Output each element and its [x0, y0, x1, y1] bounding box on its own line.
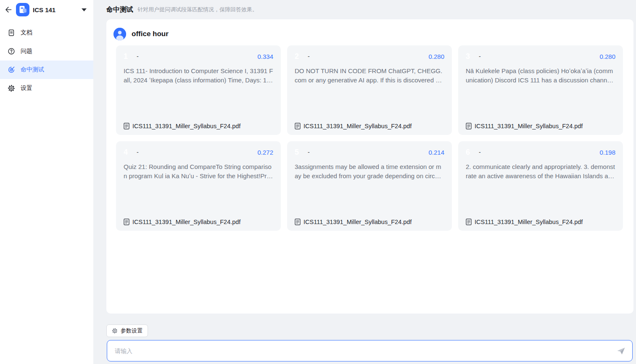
sidebar-item-questions[interactable]: 问题 — [0, 42, 93, 61]
card-head: 1 - 0.334 — [124, 51, 273, 61]
sidebar-item-label: 命中测试 — [21, 66, 44, 74]
result-card-6[interactable]: 6 - 0.198 2. communicate clearly and app… — [458, 141, 623, 231]
file-icon — [295, 123, 301, 129]
card-separator: - — [479, 53, 481, 60]
sidebar: ICS 141 文档 问题 — [0, 0, 93, 364]
file-name: ICS111_31391_Miller_Syllabus_F24.pdf — [475, 123, 583, 129]
file-name: ICS111_31391_Miller_Syllabus_F24.pdf — [303, 123, 412, 129]
card-head: 6 - 0.198 — [466, 147, 615, 157]
sidebar-item-settings[interactable]: 设置 — [0, 79, 93, 98]
card-rank: 6 — [466, 148, 471, 157]
file-icon — [466, 123, 472, 129]
file-name: ICS111_31391_Miller_Syllabus_F24.pdf — [132, 123, 240, 129]
page-subtitle: 针对用户提问调试段落匹配情况，保障回答效果。 — [137, 6, 258, 13]
gear-icon — [112, 328, 118, 334]
card-snippet: Nā Kulekele Papa (class policies) Hoʻoka… — [466, 66, 615, 85]
query-text: office hour — [132, 30, 169, 38]
query-input-box — [107, 340, 633, 361]
result-card-2[interactable]: 2 - 0.280 DO NOT TURN IN CODE FROM ChatG… — [287, 45, 452, 135]
card-rank: 2 — [295, 52, 300, 61]
page-title: 命中测试 — [106, 5, 133, 14]
result-card-3[interactable]: 3 - 0.280 Nā Kulekele Papa (class polici… — [458, 45, 623, 135]
result-card-4[interactable]: 4 - 0.272 Quiz 21: Rounding and CompareT… — [116, 141, 281, 231]
card-file: ICS111_31391_Miller_Syllabus_F24.pdf — [295, 123, 412, 129]
question-icon — [8, 47, 15, 55]
send-button[interactable] — [615, 346, 626, 356]
file-icon — [295, 219, 301, 225]
card-separator: - — [479, 149, 481, 156]
sidebar-item-label: 问题 — [21, 47, 32, 55]
card-head: 4 - 0.272 — [124, 147, 273, 157]
card-head: 5 - 0.214 — [295, 147, 444, 157]
gear-icon — [8, 84, 15, 92]
card-rank: 5 — [295, 148, 300, 157]
card-snippet: DO NOT TURN IN CODE FROM ChatGPT, CHEGG.… — [295, 66, 444, 85]
target-icon — [8, 66, 15, 74]
card-separator: - — [308, 53, 310, 60]
back-button[interactable] — [3, 5, 13, 14]
card-score: 0.214 — [428, 149, 444, 156]
card-score: 0.334 — [257, 53, 273, 60]
result-card-5[interactable]: 5 - 0.214 3assignments may be allowed a … — [287, 141, 452, 231]
file-icon — [124, 123, 129, 129]
card-file: ICS111_31391_Miller_Syllabus_F24.pdf — [466, 123, 583, 129]
card-snippet: 3assignments may be allowed a time exten… — [295, 162, 444, 181]
card-separator: - — [137, 149, 139, 156]
parameter-settings-label: 参数设置 — [121, 327, 143, 335]
card-snippet: ICS 111- Introduction to Computer Scienc… — [124, 66, 273, 85]
card-separator: - — [137, 53, 139, 60]
sidebar-item-label: 设置 — [21, 84, 32, 92]
document-icon — [8, 29, 15, 37]
parameter-settings-button[interactable]: 参数设置 — [106, 324, 148, 337]
workspace-title: ICS 141 — [33, 6, 55, 13]
card-head: 3 - 0.280 — [466, 51, 615, 61]
card-head: 2 - 0.280 — [295, 51, 444, 61]
sidebar-header: ICS 141 — [0, 0, 93, 19]
card-snippet: Quiz 21: Rounding and CompareTo String c… — [124, 162, 273, 181]
card-score: 0.280 — [599, 53, 615, 60]
card-score: 0.280 — [428, 53, 444, 60]
page-header: 命中测试 针对用户提问调试段落匹配情况，保障回答效果。 — [106, 0, 258, 19]
workspace-logo-icon — [16, 3, 29, 16]
sidebar-item-label: 文档 — [21, 29, 32, 37]
file-name: ICS111_31391_Miller_Syllabus_F24.pdf — [303, 219, 412, 225]
card-rank: 1 — [124, 52, 129, 61]
card-file: ICS111_31391_Miller_Syllabus_F24.pdf — [124, 123, 240, 129]
sidebar-nav: 文档 问题 命中测试 — [0, 24, 93, 98]
hit-test-panel: office hour 1 - 0.334 ICS 111- Introduct… — [106, 19, 633, 314]
chevron-down-icon[interactable] — [82, 8, 87, 11]
send-plane-icon — [616, 346, 626, 356]
result-card-1[interactable]: 1 - 0.334 ICS 111- Introduction to Compu… — [116, 45, 281, 135]
card-separator: - — [308, 149, 310, 156]
card-snippet: 2. communicate clearly and appropriately… — [466, 162, 615, 181]
query-row: office hour — [113, 28, 169, 40]
file-icon — [124, 219, 129, 225]
card-file: ICS111_31391_Miller_Syllabus_F24.pdf — [295, 219, 412, 225]
card-file: ICS111_31391_Miller_Syllabus_F24.pdf — [466, 219, 583, 225]
card-rank: 3 — [466, 52, 471, 61]
card-rank: 4 — [124, 148, 129, 157]
file-name: ICS111_31391_Miller_Syllabus_F24.pdf — [132, 219, 240, 225]
back-arrow-icon — [4, 5, 12, 14]
card-score: 0.198 — [599, 149, 615, 156]
user-avatar — [113, 28, 126, 40]
card-score: 0.272 — [257, 149, 273, 156]
query-input[interactable] — [114, 347, 615, 355]
file-name: ICS111_31391_Miller_Syllabus_F24.pdf — [475, 219, 583, 225]
result-cards: 1 - 0.334 ICS 111- Introduction to Compu… — [116, 45, 623, 231]
file-icon — [466, 219, 472, 225]
sidebar-item-hit-test[interactable]: 命中测试 — [0, 61, 93, 79]
card-file: ICS111_31391_Miller_Syllabus_F24.pdf — [124, 219, 240, 225]
sidebar-item-documents[interactable]: 文档 — [0, 24, 93, 42]
